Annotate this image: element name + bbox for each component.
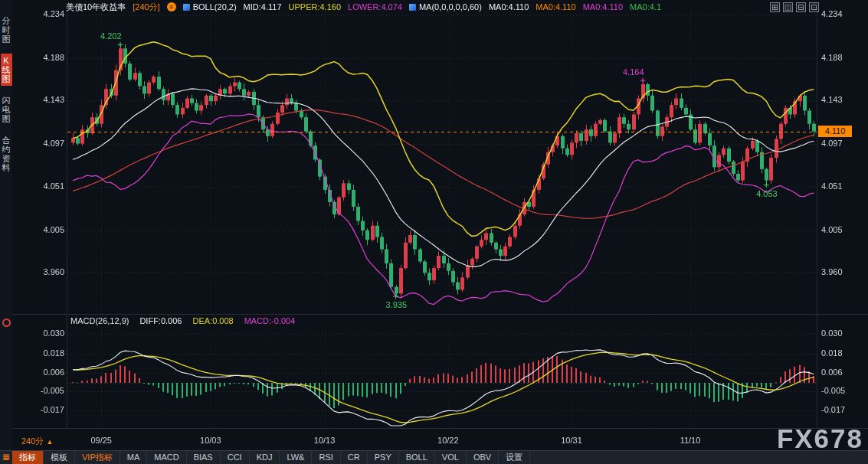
footer-tab-settings[interactable]: 设置 (499, 451, 530, 464)
app-window: 分 时 图K 线 图闪 电 图合 约 资 料 美债10年收益率 [240分] ≡… (0, 0, 868, 464)
footer-tab-cci[interactable]: CCI (221, 451, 250, 464)
legend-ma-1: MA0:4.110 (489, 2, 529, 11)
macd-pane-icon (2, 319, 11, 327)
footer-tab-vol[interactable]: VOL (435, 451, 467, 464)
sidebar-item-kline-chart[interactable]: K 线 图 (1, 54, 12, 86)
macd-legend-dea: DEA:0.008 (192, 316, 233, 325)
layout-split-icon[interactable]: ◫ (783, 2, 793, 12)
footer-tab-vip-indicator[interactable]: VIP指标 (75, 451, 120, 464)
sidebar-item-lightning-chart[interactable]: 闪 电 图 (1, 93, 12, 126)
legend-ma-label: MA(0,0,0,0,0,60) (419, 2, 482, 11)
layout-icons: ⊞◫⊟⊡ (770, 2, 819, 12)
legend-ma-4: MA0:4.1 (630, 2, 661, 11)
current-price-tag: 4.110 (818, 126, 852, 137)
footer-tab-template[interactable]: 模板 (44, 451, 75, 464)
footer-tab-boll[interactable]: BOLL (399, 451, 435, 464)
layout-grid-icon[interactable]: ⊞ (770, 2, 780, 12)
legend-boll-label: BOLL(20,2) (193, 2, 237, 11)
chart-header: 美债10年收益率 [240分] ≡ BOLL(20,2)MID:4.117UPP… (66, 1, 661, 13)
macd-legend-diff: DIFF:0.006 (139, 316, 182, 325)
instrument-title: 美债10年收益率 (66, 2, 126, 13)
footer-tab-ma[interactable]: MA (120, 451, 148, 464)
chevron-up-icon: ▲ (46, 438, 53, 446)
legend-ma-3: MA0:4.110 (583, 2, 623, 11)
footer-tab-cr[interactable]: CR (341, 451, 368, 464)
footer-tab-rsi[interactable]: RSI (312, 451, 340, 464)
layout-rows-icon[interactable]: ⊟ (796, 2, 806, 12)
footer-tab-kdj[interactable]: KDJ (250, 451, 280, 464)
legend-ma-2: MA0:4.110 (536, 2, 575, 11)
macd-legend: MACD(26,12,9) DIFF:0.006DEA:0.008MACD:-0… (70, 316, 295, 325)
legend-boll-mid: MID:4.117 (244, 2, 282, 11)
ma-label-settings-icon[interactable] (409, 4, 416, 11)
indicator-tabbar: ▦指标模板VIP指标MAMACDBIASCCIKDJLW&RSICRPSYBOL… (0, 450, 868, 464)
footer-tab-indicator[interactable]: 指标 (12, 451, 44, 464)
sidebar-item-time-chart[interactable]: 分 时 图 (1, 14, 12, 46)
boll-label-settings-icon[interactable] (183, 4, 190, 11)
timeframe-selector[interactable]: 240分 ▲ (21, 436, 53, 447)
legend-boll-upper: UPPER:4.160 (289, 2, 341, 11)
sidebar-item-contract-info[interactable]: 合 约 资 料 (1, 133, 12, 175)
left-sidebar: 分 时 图K 线 图闪 电 图合 约 资 料 (0, 0, 12, 464)
indicator-panel-icon[interactable]: ▦ (0, 451, 12, 464)
footer-tab-obv[interactable]: OBV (467, 451, 499, 464)
footer-tab-macd[interactable]: MACD (147, 451, 186, 464)
chart-canvas[interactable] (0, 0, 868, 464)
brand-watermark: FX678 (777, 425, 863, 452)
timeframe-label: 240分 (21, 436, 44, 446)
macd-legend-macd: MACD:-0.004 (244, 316, 296, 325)
footer-tab-lwr[interactable]: LW& (280, 451, 312, 464)
macd-title: MACD(26,12,9) (70, 316, 129, 325)
layout-full-icon[interactable]: ⊡ (809, 2, 819, 12)
legend-boll-lower: LOWER:4.074 (348, 2, 402, 11)
footer-tab-psy[interactable]: PSY (368, 451, 399, 464)
period-label[interactable]: [240分] (133, 2, 159, 13)
period-menu-icon[interactable]: ≡ (167, 2, 176, 11)
footer-tab-bias[interactable]: BIAS (187, 451, 221, 464)
